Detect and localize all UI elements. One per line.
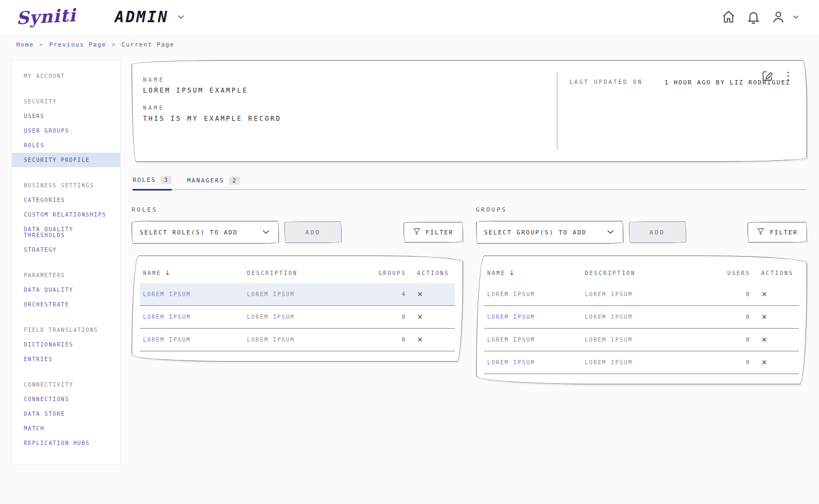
remove-group-icon[interactable]: ✕ [761, 358, 768, 366]
breadcrumb-current-page: Current Page [121, 41, 174, 48]
syniti-logo[interactable]: Syniti [16, 5, 76, 29]
roles-table: NAME↓ DESCRIPTION GROUPS ACTIONS LOREM I… [140, 264, 455, 351]
add-group-button[interactable]: ADD [629, 221, 686, 243]
select-groups-dropdown[interactable]: SELECT GROUP(S) TO ADD [476, 221, 623, 244]
sidebar-item-my-account[interactable]: MY ACCOUNT [12, 69, 120, 83]
sidebar-item-orchestrate[interactable]: ORCHESTRATE [12, 297, 120, 312]
group-description: LOREM IPSUM [582, 351, 708, 374]
chevron-down-icon [606, 227, 615, 238]
table-row[interactable]: LOREM IPSUM LOREM IPSUM 0 ✕ [484, 329, 800, 351]
column-header-name[interactable]: NAME↓ [484, 264, 582, 283]
remove-role-icon[interactable]: ✕ [417, 336, 424, 344]
group-users-count: 0 [707, 351, 758, 374]
detail-tabs: ROLES 3 MANAGERS 2 [132, 176, 807, 190]
sidebar-item-connections[interactable]: CONNECTIONS [12, 392, 120, 407]
roles-panel: ROLES SELECT ROLE(S) TO ADD ADD FILTER [132, 206, 463, 384]
remove-group-icon[interactable]: ✕ [761, 313, 768, 321]
sidebar-item-dictionaries[interactable]: DICTIONARIES [12, 337, 120, 352]
roles-table-card: NAME↓ DESCRIPTION GROUPS ACTIONS LOREM I… [132, 256, 463, 362]
sidebar-item-data-quality-thresholds[interactable]: DATA QUALITY THRESHOLDS [12, 222, 120, 243]
groups-table: NAME↓ DESCRIPTION USERS ACTIONS LOREM IP… [484, 264, 800, 374]
app-title: ADMIN [115, 8, 168, 26]
tab-roles[interactable]: ROLES 3 [133, 176, 172, 191]
column-header-description: DESCRIPTION [244, 264, 363, 283]
kebab-menu-icon[interactable]: ⋮ [782, 69, 795, 82]
filter-label: FILTER [426, 229, 454, 236]
sidebar-item-roles[interactable]: ROLES [12, 138, 120, 153]
tab-label: ROLES [133, 176, 156, 184]
group-name-link[interactable]: LOREM IPSUM [484, 283, 582, 306]
sidebar-item-users[interactable]: USERS [12, 109, 120, 123]
chevron-down-icon [789, 10, 803, 24]
tab-managers[interactable]: MANAGERS 2 [187, 176, 240, 189]
sidebar-section-field-translations: FIELD TRANSLATIONS [12, 323, 120, 337]
sidebar-item-entries[interactable]: ENTRIES [12, 352, 120, 366]
column-header-description: DESCRIPTION [582, 264, 708, 283]
table-row[interactable]: LOREM IPSUM LOREM IPSUM 0 ✕ [140, 306, 455, 329]
app-switcher[interactable]: ADMIN [115, 8, 188, 26]
field-label: NAME [143, 105, 546, 111]
remove-group-icon[interactable]: ✕ [761, 336, 768, 344]
column-header-name[interactable]: NAME↓ [140, 264, 244, 283]
sidebar-item-data-store[interactable]: DATA STORE [12, 407, 120, 421]
role-name-link[interactable]: LOREM IPSUM [140, 306, 244, 329]
sidebar-item-security-profile[interactable]: SECURITY PROFILE [12, 153, 120, 167]
home-icon[interactable] [722, 10, 736, 24]
user-menu[interactable] [771, 10, 803, 24]
sidebar-section-connectivity: CONNECTIVITY [12, 377, 120, 392]
filter-icon [757, 227, 765, 237]
tab-roles-count-badge: 3 [161, 176, 172, 184]
sidebar-item-custom-relationships[interactable]: CUSTOM RELATIONSHIPS [12, 207, 120, 222]
sidebar-item-match[interactable]: MATCH [12, 421, 120, 436]
sidebar-item-categories[interactable]: CATEGORIES [12, 193, 120, 207]
sidebar-section-parameters: PARAMETERS [12, 268, 120, 283]
groups-table-card: NAME↓ DESCRIPTION USERS ACTIONS LOREM IP… [476, 256, 808, 384]
role-name-link[interactable]: LOREM IPSUM [140, 329, 244, 351]
roles-panel-title: ROLES [132, 206, 463, 213]
sidebar-section-business-settings: BUSINESS SETTINGS [12, 178, 120, 193]
group-name-link[interactable]: LOREM IPSUM [484, 306, 582, 329]
filter-label: FILTER [770, 229, 798, 236]
breadcrumb-home[interactable]: Home [16, 41, 34, 48]
table-row[interactable]: LOREM IPSUM LOREM IPSUM 4 ✕ [140, 283, 455, 306]
column-header-groups: GROUPS [363, 264, 414, 283]
filter-groups-button[interactable]: FILTER [748, 222, 807, 243]
group-description: LOREM IPSUM [582, 306, 708, 329]
breadcrumb-separator: > [112, 41, 116, 48]
group-description: LOREM IPSUM [582, 329, 708, 351]
tab-managers-count-badge: 2 [229, 176, 240, 185]
breadcrumb-separator: > [40, 41, 44, 48]
add-role-button[interactable]: ADD [284, 221, 342, 243]
role-groups-count: 0 [363, 306, 414, 329]
sidebar-item-replication-hubs[interactable]: REPLICATION HUBS [12, 436, 120, 450]
filter-roles-button[interactable]: FILTER [404, 222, 463, 243]
sidebar-item-user-groups[interactable]: USER GROUPS [12, 123, 120, 138]
notifications-bell-icon[interactable] [746, 10, 760, 24]
group-users-count: 0 [707, 306, 758, 329]
column-header-users: USERS [707, 264, 758, 283]
breadcrumb: Home > Previous Page > Current Page [0, 34, 819, 54]
table-row[interactable]: LOREM IPSUM LOREM IPSUM 0 ✕ [484, 351, 800, 374]
group-name-link[interactable]: LOREM IPSUM [484, 329, 582, 351]
remove-role-icon[interactable]: ✕ [417, 313, 424, 321]
chevron-down-icon [261, 227, 271, 238]
table-row[interactable]: LOREM IPSUM LOREM IPSUM 0 ✕ [484, 283, 800, 306]
group-name-link[interactable]: LOREM IPSUM [484, 351, 582, 374]
remove-role-icon[interactable]: ✕ [417, 290, 424, 298]
last-updated-value: 1 HOUR AGO BY LIZ RODRIGUEZ [665, 79, 791, 161]
group-description: LOREM IPSUM [582, 283, 708, 306]
column-header-actions: ACTIONS [758, 264, 799, 283]
remove-group-icon[interactable]: ✕ [761, 290, 768, 298]
chevron-down-icon [174, 10, 188, 24]
sidebar-item-data-quality[interactable]: DATA QUALITY [12, 283, 120, 297]
role-name-link[interactable]: LOREM IPSUM [140, 283, 244, 306]
column-header-actions: ACTIONS [414, 264, 455, 283]
table-row[interactable]: LOREM IPSUM LOREM IPSUM 0 ✕ [140, 329, 455, 351]
select-roles-dropdown[interactable]: SELECT ROLE(S) TO ADD [132, 221, 279, 244]
breadcrumb-previous-page[interactable]: Previous Page [49, 41, 107, 48]
group-users-count: 0 [707, 329, 758, 351]
table-row[interactable]: LOREM IPSUM LOREM IPSUM 0 ✕ [484, 306, 800, 329]
groups-panel-title: GROUPS [476, 206, 808, 213]
sidebar-item-strategy[interactable]: STRATEGY [12, 243, 120, 257]
edit-icon[interactable] [761, 69, 774, 82]
